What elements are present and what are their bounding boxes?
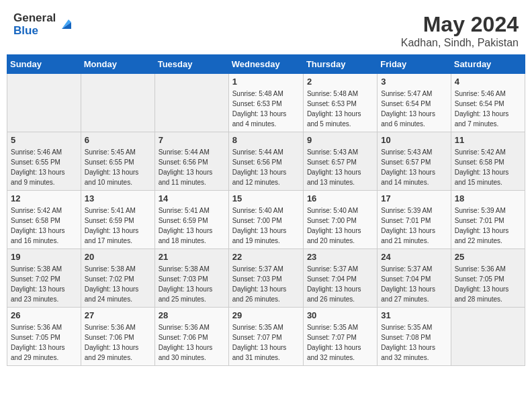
title-block: May 2024 Kadhan, Sindh, Pakistan	[401, 12, 519, 49]
calendar-cell	[81, 74, 154, 132]
calendar-cell: 19Sunrise: 5:38 AM Sunset: 7:02 PM Dayli…	[7, 249, 81, 308]
day-number: 21	[159, 252, 225, 262]
day-info: Sunrise: 5:44 AM Sunset: 6:56 PM Dayligh…	[232, 147, 300, 187]
calendar-location: Kadhan, Sindh, Pakistan	[401, 37, 519, 49]
day-info: Sunrise: 5:37 AM Sunset: 7:04 PM Dayligh…	[381, 264, 447, 304]
day-info: Sunrise: 5:47 AM Sunset: 6:54 PM Dayligh…	[381, 89, 447, 129]
day-number: 28	[159, 310, 225, 320]
day-info: Sunrise: 5:35 AM Sunset: 7:07 PM Dayligh…	[307, 322, 373, 363]
calendar-cell: 6Sunrise: 5:45 AM Sunset: 6:55 PM Daylig…	[81, 132, 154, 191]
day-number: 25	[455, 252, 521, 262]
day-info: Sunrise: 5:38 AM Sunset: 7:03 PM Dayligh…	[159, 264, 225, 304]
day-number: 26	[11, 310, 77, 320]
day-number: 17	[381, 193, 447, 203]
calendar-cell: 10Sunrise: 5:43 AM Sunset: 6:57 PM Dayli…	[378, 132, 451, 191]
day-info: Sunrise: 5:36 AM Sunset: 7:06 PM Dayligh…	[85, 322, 151, 363]
day-info: Sunrise: 5:35 AM Sunset: 7:07 PM Dayligh…	[232, 322, 300, 363]
day-number: 15	[232, 193, 300, 203]
calendar-cell: 26Sunrise: 5:36 AM Sunset: 7:05 PM Dayli…	[7, 308, 81, 366]
day-info: Sunrise: 5:46 AM Sunset: 6:55 PM Dayligh…	[11, 147, 77, 187]
day-info: Sunrise: 5:42 AM Sunset: 6:58 PM Dayligh…	[455, 147, 521, 187]
day-info: Sunrise: 5:41 AM Sunset: 6:59 PM Dayligh…	[159, 205, 225, 246]
calendar-cell: 28Sunrise: 5:36 AM Sunset: 7:06 PM Dayli…	[154, 308, 228, 366]
day-info: Sunrise: 5:36 AM Sunset: 7:05 PM Dayligh…	[11, 322, 77, 363]
day-number: 29	[232, 310, 300, 320]
day-info: Sunrise: 5:37 AM Sunset: 7:03 PM Dayligh…	[232, 264, 300, 304]
day-info: Sunrise: 5:38 AM Sunset: 7:02 PM Dayligh…	[11, 264, 77, 304]
day-number: 1	[232, 77, 300, 87]
day-number: 12	[11, 193, 77, 203]
calendar-cell: 20Sunrise: 5:38 AM Sunset: 7:02 PM Dayli…	[81, 249, 154, 308]
calendar-cell: 5Sunrise: 5:46 AM Sunset: 6:55 PM Daylig…	[7, 132, 81, 191]
day-number: 4	[455, 77, 521, 87]
day-info: Sunrise: 5:42 AM Sunset: 6:58 PM Dayligh…	[11, 205, 77, 246]
calendar-cell	[451, 308, 525, 366]
day-info: Sunrise: 5:37 AM Sunset: 7:04 PM Dayligh…	[307, 264, 373, 304]
day-info: Sunrise: 5:39 AM Sunset: 7:01 PM Dayligh…	[381, 205, 447, 246]
calendar-cell: 27Sunrise: 5:36 AM Sunset: 7:06 PM Dayli…	[81, 308, 154, 366]
calendar-cell: 23Sunrise: 5:37 AM Sunset: 7:04 PM Dayli…	[303, 249, 377, 308]
day-number: 10	[381, 135, 447, 145]
day-info: Sunrise: 5:46 AM Sunset: 6:54 PM Dayligh…	[455, 89, 521, 129]
day-number: 14	[159, 193, 225, 203]
day-number: 30	[307, 310, 373, 320]
weekday-header-wednesday: Wednesday	[228, 55, 303, 74]
calendar-table: SundayMondayTuesdayWednesdayThursdayFrid…	[7, 54, 525, 366]
day-info: Sunrise: 5:43 AM Sunset: 6:57 PM Dayligh…	[381, 147, 447, 187]
day-info: Sunrise: 5:35 AM Sunset: 7:08 PM Dayligh…	[381, 322, 447, 363]
calendar-cell: 14Sunrise: 5:41 AM Sunset: 6:59 PM Dayli…	[154, 191, 228, 249]
calendar-cell: 17Sunrise: 5:39 AM Sunset: 7:01 PM Dayli…	[378, 191, 451, 249]
calendar-cell: 7Sunrise: 5:44 AM Sunset: 6:56 PM Daylig…	[154, 132, 228, 191]
calendar-week-1: 1Sunrise: 5:48 AM Sunset: 6:53 PM Daylig…	[7, 74, 525, 132]
day-number: 5	[11, 135, 77, 145]
calendar-cell: 12Sunrise: 5:42 AM Sunset: 6:58 PM Dayli…	[7, 191, 81, 249]
day-number: 24	[381, 252, 447, 262]
calendar-week-3: 12Sunrise: 5:42 AM Sunset: 6:58 PM Dayli…	[7, 191, 525, 249]
day-number: 20	[85, 252, 151, 262]
day-number: 31	[381, 310, 447, 320]
day-number: 16	[307, 193, 373, 203]
calendar-cell: 31Sunrise: 5:35 AM Sunset: 7:08 PM Dayli…	[378, 308, 451, 366]
calendar-cell: 22Sunrise: 5:37 AM Sunset: 7:03 PM Dayli…	[228, 249, 303, 308]
calendar-cell: 29Sunrise: 5:35 AM Sunset: 7:07 PM Dayli…	[228, 308, 303, 366]
day-number: 6	[85, 135, 151, 145]
day-number: 3	[381, 77, 447, 87]
calendar-cell: 2Sunrise: 5:48 AM Sunset: 6:53 PM Daylig…	[303, 74, 377, 132]
logo-general: General	[13, 12, 56, 25]
calendar-title: May 2024	[401, 12, 519, 37]
day-info: Sunrise: 5:40 AM Sunset: 7:00 PM Dayligh…	[232, 205, 300, 246]
calendar-cell: 8Sunrise: 5:44 AM Sunset: 6:56 PM Daylig…	[228, 132, 303, 191]
calendar-cell	[7, 74, 81, 132]
day-info: Sunrise: 5:43 AM Sunset: 6:57 PM Dayligh…	[307, 147, 373, 187]
calendar-cell: 15Sunrise: 5:40 AM Sunset: 7:00 PM Dayli…	[228, 191, 303, 249]
day-number: 22	[232, 252, 300, 262]
day-info: Sunrise: 5:45 AM Sunset: 6:55 PM Dayligh…	[85, 147, 151, 187]
day-number: 18	[455, 193, 521, 203]
day-number: 2	[307, 77, 373, 87]
calendar-week-5: 26Sunrise: 5:36 AM Sunset: 7:05 PM Dayli…	[7, 308, 525, 366]
day-info: Sunrise: 5:36 AM Sunset: 7:06 PM Dayligh…	[159, 322, 225, 363]
logo-icon	[59, 17, 74, 32]
day-number: 8	[232, 135, 300, 145]
day-number: 19	[11, 252, 77, 262]
calendar-header-row: SundayMondayTuesdayWednesdayThursdayFrid…	[7, 55, 525, 74]
calendar-cell: 3Sunrise: 5:47 AM Sunset: 6:54 PM Daylig…	[378, 74, 451, 132]
day-info: Sunrise: 5:40 AM Sunset: 7:00 PM Dayligh…	[307, 205, 373, 246]
day-info: Sunrise: 5:39 AM Sunset: 7:01 PM Dayligh…	[455, 205, 521, 246]
calendar-cell: 13Sunrise: 5:41 AM Sunset: 6:59 PM Dayli…	[81, 191, 154, 249]
day-info: Sunrise: 5:48 AM Sunset: 6:53 PM Dayligh…	[232, 89, 300, 129]
calendar-week-2: 5Sunrise: 5:46 AM Sunset: 6:55 PM Daylig…	[7, 132, 525, 191]
calendar-cell: 9Sunrise: 5:43 AM Sunset: 6:57 PM Daylig…	[303, 132, 377, 191]
page-header: General Blue May 2024 Kadhan, Sindh, Pak…	[7, 7, 525, 52]
calendar-cell: 25Sunrise: 5:36 AM Sunset: 7:05 PM Dayli…	[451, 249, 525, 308]
day-number: 9	[307, 135, 373, 145]
weekday-header-monday: Monday	[81, 55, 154, 74]
day-number: 27	[85, 310, 151, 320]
calendar-cell: 30Sunrise: 5:35 AM Sunset: 7:07 PM Dayli…	[303, 308, 377, 366]
day-info: Sunrise: 5:41 AM Sunset: 6:59 PM Dayligh…	[85, 205, 151, 246]
weekday-header-thursday: Thursday	[303, 55, 377, 74]
logo: General Blue	[13, 12, 74, 37]
calendar-week-4: 19Sunrise: 5:38 AM Sunset: 7:02 PM Dayli…	[7, 249, 525, 308]
calendar-cell: 4Sunrise: 5:46 AM Sunset: 6:54 PM Daylig…	[451, 74, 525, 132]
calendar-cell: 21Sunrise: 5:38 AM Sunset: 7:03 PM Dayli…	[154, 249, 228, 308]
